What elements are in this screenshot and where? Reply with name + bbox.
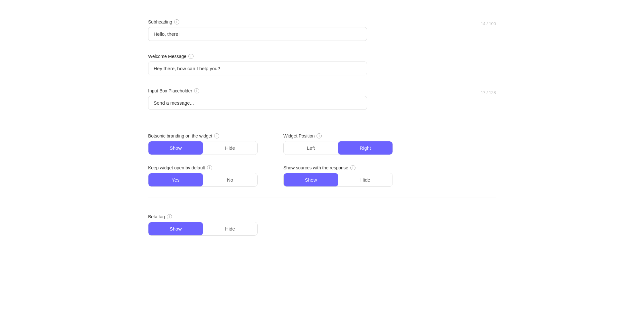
show-sources-label: Show sources with the response i	[283, 165, 393, 170]
keep-open-toggle-group: Yes No	[148, 173, 258, 187]
branding-group: Botsonic branding on the widget i Show H…	[148, 133, 258, 155]
show-sources-info-icon[interactable]: i	[350, 165, 355, 170]
keep-open-yes-button[interactable]: Yes	[148, 173, 203, 186]
position-left-button[interactable]: Left	[284, 141, 338, 155]
welcome-message-info-icon[interactable]: i	[188, 54, 194, 59]
subheading-label: Subheading i	[148, 19, 367, 24]
subheading-input[interactable]	[148, 27, 367, 41]
branding-label: Botsonic branding on the widget i	[148, 133, 258, 138]
section-divider-2	[148, 197, 496, 197]
keep-open-no-button[interactable]: No	[203, 173, 257, 186]
show-sources-show-button[interactable]: Show	[284, 173, 338, 186]
input-placeholder-char-count: 17 / 128	[470, 90, 496, 95]
section-divider-1	[148, 123, 496, 123]
show-sources-toggle-group: Show Hide	[283, 173, 393, 187]
branding-info-icon[interactable]: i	[214, 133, 219, 138]
input-placeholder-input[interactable]	[148, 96, 367, 110]
welcome-message-label: Welcome Message i	[148, 54, 367, 59]
beta-tag-label: Beta tag i	[148, 214, 258, 219]
position-label: Widget Position i	[283, 133, 393, 138]
keep-open-group: Keep widget open by default i Yes No	[148, 165, 258, 187]
subheading-char-count: 14 / 100	[470, 21, 496, 26]
branding-hide-button[interactable]: Hide	[203, 141, 257, 155]
branding-show-button[interactable]: Show	[148, 141, 203, 155]
beta-tag-info-icon[interactable]: i	[167, 214, 172, 219]
beta-tag-show-button[interactable]: Show	[148, 222, 203, 235]
beta-tag-hide-button[interactable]: Hide	[203, 222, 257, 235]
position-toggle-group: Left Right	[283, 141, 393, 155]
position-right-button[interactable]: Right	[338, 141, 393, 155]
beta-tag-toggle-group: Show Hide	[148, 222, 258, 236]
position-info-icon[interactable]: i	[317, 133, 322, 138]
input-placeholder-info-icon[interactable]: i	[194, 88, 199, 93]
show-sources-group: Show sources with the response i Show Hi…	[283, 165, 393, 187]
branding-toggle-group: Show Hide	[148, 141, 258, 155]
input-placeholder-label: Input Box Placeholder i	[148, 88, 367, 93]
show-sources-hide-button[interactable]: Hide	[338, 173, 393, 186]
keep-open-label: Keep widget open by default i	[148, 165, 258, 170]
keep-open-info-icon[interactable]: i	[207, 165, 212, 170]
subheading-info-icon[interactable]: i	[174, 19, 179, 24]
welcome-message-input[interactable]	[148, 62, 367, 75]
position-group: Widget Position i Left Right	[283, 133, 393, 155]
beta-tag-group: Beta tag i Show Hide	[148, 214, 258, 236]
